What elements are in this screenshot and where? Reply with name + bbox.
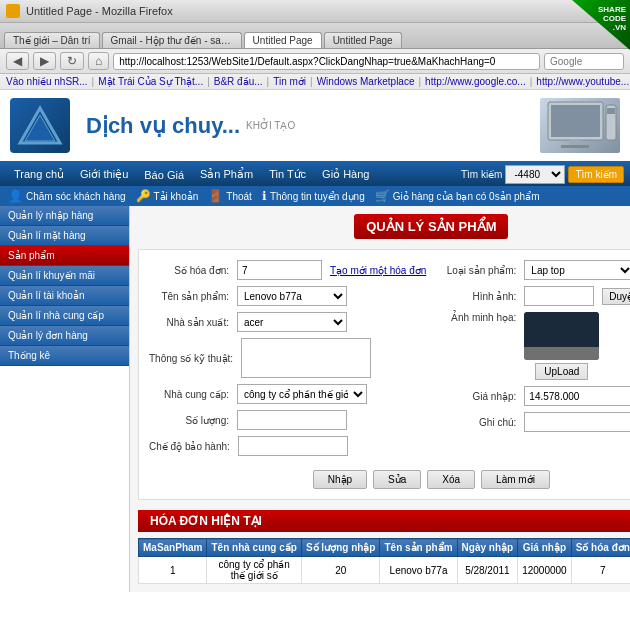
upload-button[interactable]: UpLoad (535, 363, 588, 380)
so-hoa-don-row: Số hóa đơn: Tạo mới một hóa đơn (149, 260, 426, 280)
data-table: MaSanPham Tên nhà cung cấp Số lượng nhập… (138, 538, 630, 584)
nav-trang-chu[interactable]: Trang chủ (6, 163, 72, 186)
sidebar-item-san-pham[interactable]: Sản phẩm (0, 246, 129, 266)
so-luong-input[interactable] (237, 410, 347, 430)
col-ten-ncc: Tên nhà cung cấp (207, 539, 301, 557)
nha-san-xuat-label: Nhà sản xuất: (149, 317, 229, 328)
gia-nhap-input[interactable] (524, 386, 630, 406)
so-hoa-don-label: Số hóa đơn: (149, 265, 229, 276)
hinh-anh-row: Hình ảnh: Duyệt... (436, 286, 630, 306)
browser-title: Untitled Page - Mozilla Firefox (26, 5, 173, 17)
nav-tin-tuc[interactable]: Tin Tức (261, 163, 314, 186)
search-button[interactable]: Tìm kiếm (568, 166, 624, 183)
svg-rect-5 (561, 145, 589, 148)
loai-san-pham-select[interactable]: Lap top (524, 260, 630, 280)
person-icon: 👤 (8, 189, 23, 203)
tab-1[interactable]: Thế giới – Dân trí (4, 32, 100, 48)
bookmark-4[interactable]: Tin mới (273, 76, 306, 87)
anh-minh-hoa-row: Ảnh minh họa: UpLoad (436, 312, 630, 380)
nhap-button[interactable]: Nhập (313, 470, 367, 489)
gia-nhap-label: Giá nhập: (436, 391, 516, 402)
thong-so-input[interactable] (241, 338, 371, 378)
loai-san-pham-label: Loại sản phẩm: (436, 265, 516, 276)
anh-minh-hoa-container: UpLoad (524, 312, 599, 380)
bookmarks-bar: Vào nhiều nhSR... | Mật Trái Của Sự Thật… (0, 74, 630, 90)
table-section: HÓA ĐƠN HIỆN TẠI MaSanPham Tên nhà cung … (138, 510, 630, 584)
gio-hang-item[interactable]: 🛒 Giỏ hàng của bạn có 0sản phẩm (375, 189, 540, 203)
search-select[interactable]: -4480 (505, 165, 565, 184)
thong-tin-item[interactable]: ℹ Thông tin tuyển dụng (262, 189, 365, 203)
ghi-chu-input[interactable] (524, 412, 630, 432)
col-ngay-nhap: Ngày nhập (457, 539, 518, 557)
cell-gia-nhap: 12000000 (518, 557, 572, 584)
lam-moi-button[interactable]: Làm mới (481, 470, 550, 489)
sidebar-item-nhap-hang[interactable]: Quản lý nhập hàng (0, 206, 129, 226)
anh-minh-hoa-label: Ảnh minh họa: (436, 312, 516, 323)
hinh-anh-input[interactable] (524, 286, 594, 306)
nav-san-pham[interactable]: Sản Phẩm (192, 163, 261, 186)
cell-ma-san-pham: 1 (139, 557, 207, 584)
refresh-button[interactable]: ↻ (60, 52, 84, 70)
bao-hanh-input[interactable] (238, 436, 348, 456)
info-icon: ℹ (262, 189, 267, 203)
so-hoa-don-input[interactable] (237, 260, 322, 280)
monitor-image (540, 98, 620, 153)
bookmark-6[interactable]: http://www.google.co... (425, 76, 526, 87)
cell-ten-ncc: công ty cổ phần thế giới số (207, 557, 301, 584)
svg-rect-3 (551, 105, 600, 137)
tab-4[interactable]: Untitled Page (324, 32, 402, 48)
nha-cung-cap-row: Nhà cung cấp: công ty cổ phần thế giới s… (149, 384, 426, 404)
col-so-hoa-don: Số hóa đơn (571, 539, 630, 557)
forward-button[interactable]: ▶ (33, 52, 56, 70)
sidebar-item-khuyen-mai[interactable]: Quản lí khuyến mãi (0, 266, 129, 286)
browser-favicon (6, 4, 20, 18)
svg-rect-4 (570, 140, 580, 145)
xoa-button[interactable]: Xóa (427, 470, 475, 489)
cell-ten-san-pham: Lenovo b77a (380, 557, 457, 584)
sidebar-item-tai-khoan[interactable]: Quản lí tài khoản (0, 286, 129, 306)
nav-bao-gia[interactable]: Báo Giá (136, 164, 192, 186)
thoat-item[interactable]: 🚪 Thoát (208, 189, 252, 203)
bookmark-3[interactable]: B&R đầu... (214, 76, 263, 87)
bao-hanh-row: Chế độ bảo hành: (149, 436, 426, 456)
ten-san-pham-select[interactable]: Lenovo b77a (237, 286, 347, 306)
bookmark-1[interactable]: Vào nhiều nhSR... (6, 76, 88, 87)
website: Dịch vụ chuy... KHỞI TẠO Trang chủ Giới … (0, 90, 630, 592)
table-body: 1 công ty cổ phần thế giới số 20 Lenovo … (139, 557, 631, 584)
bookmark-2[interactable]: Mật Trái Của Sự Thật... (98, 76, 203, 87)
nha-cung-cap-select[interactable]: công ty cổ phần thế giới số (237, 384, 367, 404)
bookmark-7[interactable]: http://www.youtube... (536, 76, 629, 87)
sua-button[interactable]: Sửa (373, 470, 421, 489)
sidebar-item-mat-hang[interactable]: Quản lí mặt hàng (0, 226, 129, 246)
content-area: QUẢN LÝ SẢN PHẨM Số hóa đơn: Tạo mới một… (130, 206, 630, 592)
form-left-col: Số hóa đơn: Tạo mới một hóa đơn Tên sản … (149, 260, 426, 462)
site-tagline-text: Dịch vụ chuy... (86, 113, 240, 138)
col-ten-san-pham: Tên sản phẩm (380, 539, 457, 557)
nav-gio-hang[interactable]: Giỏ Hàng (314, 163, 377, 186)
svg-rect-7 (607, 108, 615, 114)
header-images (540, 98, 620, 153)
tab-3[interactable]: Untitled Page (244, 32, 322, 48)
cham-soc-item[interactable]: 👤 Chăm sóc khách hàng (8, 189, 126, 203)
sidebar-item-don-hang[interactable]: Quản lý đơn hàng (0, 326, 129, 346)
site-header: Dịch vụ chuy... KHỞI TẠO (0, 90, 630, 163)
so-luong-label: Số lượng: (149, 415, 229, 426)
browser-search-input[interactable] (544, 53, 624, 70)
nav-search-area: Tìm kiếm -4480 Tìm kiếm (461, 165, 624, 184)
main-layout: Quản lý nhập hàng Quản lí mặt hàng Sản p… (0, 206, 630, 592)
tab-2[interactable]: Gmail - Hộp thư đến - saomai1707@gm... (102, 32, 242, 48)
duyet-button[interactable]: Duyệt... (602, 288, 630, 305)
sidebar-item-thong-ke[interactable]: Thống kê (0, 346, 129, 366)
col-ma-san-pham: MaSanPham (139, 539, 207, 557)
tai-khoan-item[interactable]: 🔑 Tải khoản (136, 189, 199, 203)
door-icon: 🚪 (208, 189, 223, 203)
sidebar-item-nha-cung-cap[interactable]: Quản lí nhà cung cấp (0, 306, 129, 326)
nav-gioi-thieu[interactable]: Giới thiệu (72, 163, 136, 186)
back-button[interactable]: ◀ (6, 52, 29, 70)
home-button[interactable]: ⌂ (88, 52, 109, 70)
create-link[interactable]: Tạo mới một hóa đơn (330, 265, 426, 276)
address-bar[interactable] (113, 53, 540, 70)
bookmark-5[interactable]: Windows Marketplace (317, 76, 415, 87)
site-logo (10, 98, 70, 153)
nha-san-xuat-select[interactable]: acer (237, 312, 347, 332)
